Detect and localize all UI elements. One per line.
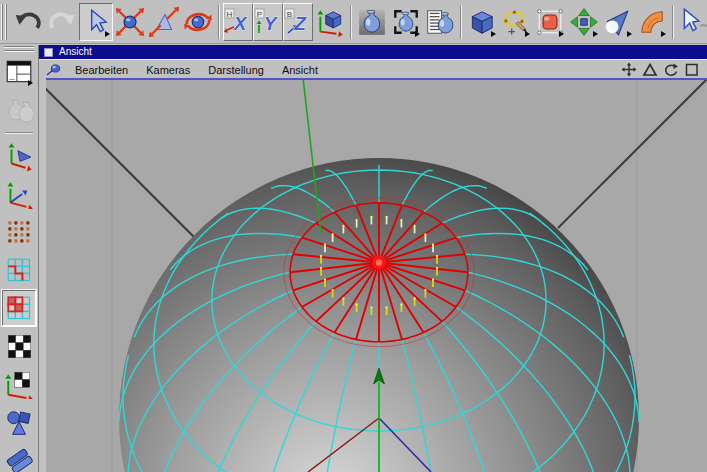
model-mode-button[interactable] [2, 404, 36, 440]
flyout-arrow-icon [661, 31, 666, 37]
pin-icon[interactable] [45, 63, 61, 77]
rotate-tool-icon [183, 7, 213, 37]
flyout-arrow-icon [105, 31, 110, 37]
maximize-view-button[interactable] [683, 62, 701, 77]
light-button[interactable] [601, 3, 635, 41]
polygons-mode-icon [4, 293, 34, 323]
window-icon [44, 48, 53, 57]
hypernurbs-button[interactable] [533, 3, 567, 41]
undo-button[interactable] [11, 3, 45, 41]
texture-axis-mode-icon [4, 369, 34, 399]
menu-item-bearbeiten[interactable]: Bearbeiten [66, 62, 137, 78]
render-view-icon [357, 7, 387, 37]
flyout-arrow-icon [593, 31, 598, 37]
viewport-titlebar[interactable]: Ansicht [39, 45, 707, 59]
edges-mode-button[interactable] [2, 252, 36, 288]
texture-axis-mode-button[interactable] [2, 366, 36, 402]
lock-x-axis-button[interactable]: HX [223, 3, 253, 41]
svg-text:X: X [233, 13, 248, 34]
scene-sphere [46, 80, 707, 472]
rotate-view-button[interactable] [662, 62, 680, 77]
zoom-view-icon [642, 62, 658, 77]
scale-tool-button[interactable] [147, 3, 181, 41]
svg-text:B: B [287, 9, 292, 18]
separator [5, 132, 33, 134]
tool-mode-palette [0, 44, 38, 472]
pan-view-icon [621, 62, 637, 77]
flyout-arrow-icon [627, 31, 632, 37]
spline-button[interactable] [499, 3, 533, 41]
edges-mode-icon [4, 255, 34, 285]
move-tool-button[interactable] [113, 3, 147, 41]
app-window: HXPYBZ Ansicht BearbeitenKamerasDarstell… [0, 0, 707, 472]
deformer-button[interactable] [635, 3, 669, 41]
redo-button[interactable] [45, 3, 79, 41]
viewport-title: Ansicht [59, 47, 92, 57]
svg-text:P: P [257, 9, 262, 18]
selection-command-icon [679, 7, 707, 37]
model-mode-icon [4, 407, 34, 437]
viewport-layout-button[interactable] [2, 54, 36, 90]
array-object-button[interactable] [567, 3, 601, 41]
toolbar-grip[interactable] [1, 4, 8, 40]
texture-mode-button[interactable] [2, 328, 36, 364]
lock-x-axis-icon: HX [224, 7, 252, 37]
lock-y-axis-icon: PY [254, 7, 282, 37]
menu-item-darstellung[interactable]: Darstellung [199, 62, 273, 78]
scale-tool-icon [149, 7, 179, 37]
render-settings-icon [425, 7, 455, 37]
flyout-arrow-icon [525, 31, 530, 37]
menu-items: BearbeitenKamerasDarstellungAnsicht [66, 64, 327, 76]
render-picture-viewer-button[interactable] [2, 92, 36, 128]
main-toolbar: HXPYBZ [0, 0, 707, 44]
svg-text:Z: Z [293, 13, 307, 34]
svg-text:H: H [227, 9, 233, 18]
points-mode-button[interactable] [2, 214, 36, 250]
lock-z-axis-button[interactable]: BZ [283, 3, 313, 41]
rotate-view-icon [663, 62, 679, 77]
rotate-tool-button[interactable] [181, 3, 215, 41]
selection-command-button[interactable] [677, 3, 707, 41]
separator [218, 5, 220, 39]
undo-icon [13, 7, 43, 37]
lock-y-axis-button[interactable]: PY [253, 3, 283, 41]
render-view-button[interactable] [355, 3, 389, 41]
zoom-view-button[interactable] [641, 62, 659, 77]
flyout-arrow-icon [491, 31, 496, 37]
menu-item-kameras[interactable]: Kameras [137, 62, 199, 78]
menu-item-ansicht[interactable]: Ansicht [273, 62, 327, 78]
render-settings-button[interactable] [423, 3, 457, 41]
viewport-menubar: BearbeitenKamerasDarstellungAnsicht [39, 59, 707, 79]
lock-z-axis-icon: BZ [284, 7, 312, 37]
axis-tool-button[interactable] [2, 176, 36, 212]
axis-tool-icon [4, 179, 34, 209]
coordinate-system-button[interactable] [313, 3, 347, 41]
pan-view-button[interactable] [620, 62, 638, 77]
live-selection-button[interactable] [79, 3, 113, 41]
object-axis-tool-icon [4, 141, 34, 171]
separator [460, 5, 462, 39]
object-mode-button[interactable] [2, 442, 36, 472]
points-mode-icon [4, 217, 34, 247]
object-axis-tool-button[interactable] [2, 138, 36, 174]
separator [672, 5, 674, 39]
viewport-panel: Ansicht BearbeitenKamerasDarstellungAnsi… [38, 45, 707, 472]
texture-mode-icon [4, 331, 34, 361]
object-mode-icon [4, 445, 34, 472]
flyout-arrow-icon [415, 31, 420, 37]
redo-icon [47, 7, 77, 37]
flyout-arrow-icon [28, 80, 33, 86]
viewport-canvas[interactable] [46, 78, 707, 472]
maximize-view-icon [684, 62, 700, 77]
render-picture-viewer-icon [4, 95, 34, 125]
palette-grip[interactable] [4, 46, 34, 52]
view-controls [620, 62, 707, 77]
flyout-arrow-icon [559, 31, 564, 37]
coordinate-system-icon [315, 7, 345, 37]
separator [350, 5, 352, 39]
primitive-cube-button[interactable] [465, 3, 499, 41]
render-active-view-button[interactable] [389, 3, 423, 41]
pin-glyph [45, 63, 61, 77]
polygons-mode-button[interactable] [2, 290, 36, 326]
svg-text:Y: Y [264, 13, 279, 34]
